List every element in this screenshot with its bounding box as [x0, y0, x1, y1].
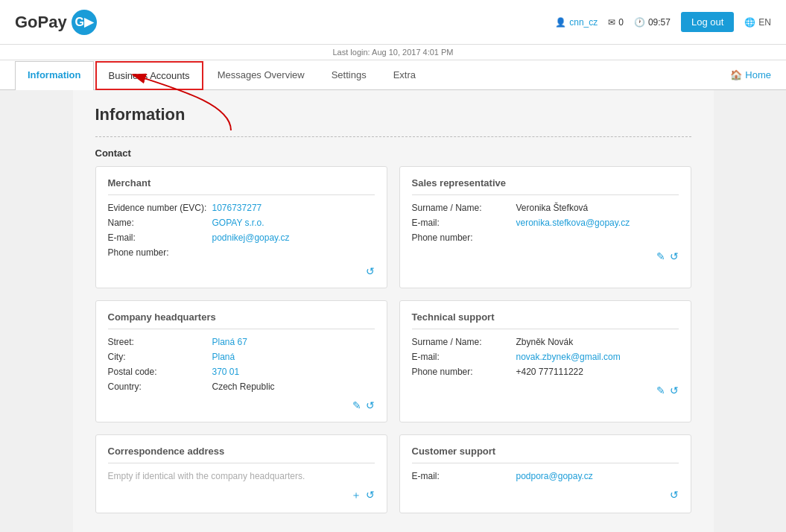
field-value: Planá [212, 352, 235, 362]
globe-icon: 🌐 [744, 17, 755, 28]
home-label: Home [745, 69, 771, 80]
field-label: E-mail: [108, 232, 212, 243]
refresh-icon[interactable]: ↺ [670, 250, 679, 262]
cards-row-1: Merchant Evidence number (EVC): 10767372… [95, 166, 691, 288]
field-row: Evidence number (EVC): 1076737277 [108, 203, 375, 213]
tab-messages-overview[interactable]: Messages Overview [205, 61, 317, 90]
header-time: 🕐 09:57 [634, 17, 671, 28]
refresh-icon[interactable]: ↺ [366, 489, 375, 502]
card-sales-rep-title: Sales representative [412, 177, 679, 195]
field-value: +420 777111222 [516, 367, 583, 377]
card-merchant-title: Merchant [108, 177, 375, 195]
field-row: E-mail: podnikej@gopay.cz [108, 232, 375, 243]
field-row: Surname / Name: Zbyněk Novák [412, 337, 679, 347]
field-value: veronika.stefkova@gopay.cz [516, 218, 630, 228]
card-customer-support-actions: ↺ [412, 489, 679, 501]
field-label: E-mail: [412, 218, 516, 228]
card-customer-support: Customer support E-mail: podpora@gopay.c… [399, 434, 691, 513]
card-technical-support-actions: ✎ ↺ [412, 384, 679, 396]
header-right: 👤 cnn_cz ✉ 0 🕐 09:57 Log out 🌐 EN [555, 12, 771, 32]
page-title: Information [95, 105, 691, 124]
card-company-hq-actions: ✎ ↺ [108, 399, 375, 411]
user-icon: 👤 [555, 17, 566, 28]
add-icon[interactable]: ＋ [351, 489, 361, 502]
field-label: Postal code: [108, 367, 212, 377]
tab-extra[interactable]: Extra [381, 61, 428, 90]
field-value: 370 01 [212, 367, 240, 377]
field-value: novak.zbynek@gmail.com [516, 352, 621, 362]
field-value: GOPAY s.r.o. [212, 218, 264, 228]
field-row: Street: Planá 67 [108, 337, 375, 347]
field-row: Phone number: [412, 232, 679, 243]
logo-icon: G▶ [72, 10, 97, 35]
card-sales-rep-fields: Surname / Name: Veronika Štefková E-mail… [412, 203, 679, 243]
mail-icon: ✉ [608, 17, 615, 28]
nav-tabs-wrap: Information Business Accounts Messages O… [0, 60, 786, 90]
logo-text: GoPay [15, 13, 67, 32]
field-row: Name: GOPAY s.r.o. [108, 218, 375, 228]
field-value: Zbyněk Novák [516, 337, 574, 347]
refresh-icon[interactable]: ↺ [366, 265, 375, 277]
card-sales-rep: Sales representative Surname / Name: Ver… [399, 166, 691, 288]
field-value: podnikej@gopay.cz [212, 232, 290, 243]
field-value: Planá 67 [212, 337, 247, 347]
logout-button[interactable]: Log out [681, 12, 734, 32]
field-label: E-mail: [412, 471, 516, 481]
header-lang: 🌐 EN [744, 17, 771, 28]
main-content: Information Contact Merchant Evidence nu… [73, 90, 714, 532]
last-login-bar: Last login: Aug 10, 2017 4:01 PM [0, 45, 786, 60]
time-display: 09:57 [648, 17, 671, 28]
card-merchant-actions: ↺ [108, 265, 375, 277]
field-label: City: [108, 352, 212, 362]
username: cnn_cz [569, 17, 598, 28]
card-correspondence-actions: ＋ ↺ [108, 489, 375, 502]
field-value: Veronika Štefková [516, 203, 589, 213]
field-row: Surname / Name: Veronika Štefková [412, 203, 679, 213]
header-user: 👤 cnn_cz [555, 17, 598, 28]
card-merchant-fields: Evidence number (EVC): 1076737277 Name: … [108, 203, 375, 258]
card-correspondence-fields: Empty if identical with the company head… [108, 471, 375, 481]
field-row: E-mail: veronika.stefkova@gopay.cz [412, 218, 679, 228]
clock-icon: 🕐 [634, 17, 645, 28]
card-merchant: Merchant Evidence number (EVC): 10767372… [95, 166, 387, 288]
cards-row-3: Correspondence address Empty if identica… [95, 434, 691, 513]
field-value: podpora@gopay.cz [516, 471, 593, 481]
header-messages: ✉ 0 [608, 17, 624, 28]
nav-tabs: Information Business Accounts Messages O… [15, 60, 430, 89]
card-technical-support: Technical support Surname / Name: Zbyněk… [399, 300, 691, 422]
tab-settings[interactable]: Settings [319, 61, 379, 90]
field-row: E-mail: novak.zbynek@gmail.com [412, 352, 679, 362]
field-row: Phone number: [108, 247, 375, 258]
edit-icon[interactable]: ✎ [656, 250, 665, 262]
field-label: Name: [108, 218, 212, 228]
tab-information[interactable]: Information [15, 61, 94, 90]
field-label: Evidence number (EVC): [108, 203, 212, 213]
field-label: Street: [108, 337, 212, 347]
card-customer-support-title: Customer support [412, 446, 679, 463]
messages-count: 0 [618, 17, 624, 28]
card-technical-support-fields: Surname / Name: Zbyněk Novák E-mail: nov… [412, 337, 679, 377]
card-correspondence: Correspondence address Empty if identica… [95, 434, 387, 513]
edit-icon[interactable]: ✎ [656, 384, 665, 396]
field-label: Surname / Name: [412, 203, 516, 213]
tab-business-accounts[interactable]: Business Accounts [95, 61, 203, 90]
last-login-text: Last login: Aug 10, 2017 4:01 PM [332, 48, 453, 57]
card-customer-support-fields: E-mail: podpora@gopay.cz [412, 471, 679, 481]
field-value: Czech Republic [212, 381, 275, 392]
refresh-icon[interactable]: ↺ [366, 399, 375, 411]
field-label: E-mail: [412, 352, 516, 362]
field-label: Country: [108, 381, 212, 392]
home-icon: 🏠 [730, 69, 742, 80]
field-label: Surname / Name: [412, 337, 516, 347]
field-row: Country: Czech Republic [108, 381, 375, 392]
refresh-icon[interactable]: ↺ [670, 384, 679, 396]
home-link[interactable]: 🏠 Home [730, 69, 771, 80]
refresh-icon[interactable]: ↺ [670, 489, 679, 501]
card-company-hq-fields: Street: Planá 67 City: Planá Postal code… [108, 337, 375, 392]
page-wrapper: GoPay G▶ 👤 cnn_cz ✉ 0 🕐 09:57 Log out 🌐 … [0, 0, 786, 532]
lang-label: EN [758, 17, 771, 28]
edit-icon[interactable]: ✎ [352, 399, 361, 411]
card-sales-rep-actions: ✎ ↺ [412, 250, 679, 262]
card-company-hq: Company headquarters Street: Planá 67 Ci… [95, 300, 387, 422]
field-row: Postal code: 370 01 [108, 367, 375, 377]
